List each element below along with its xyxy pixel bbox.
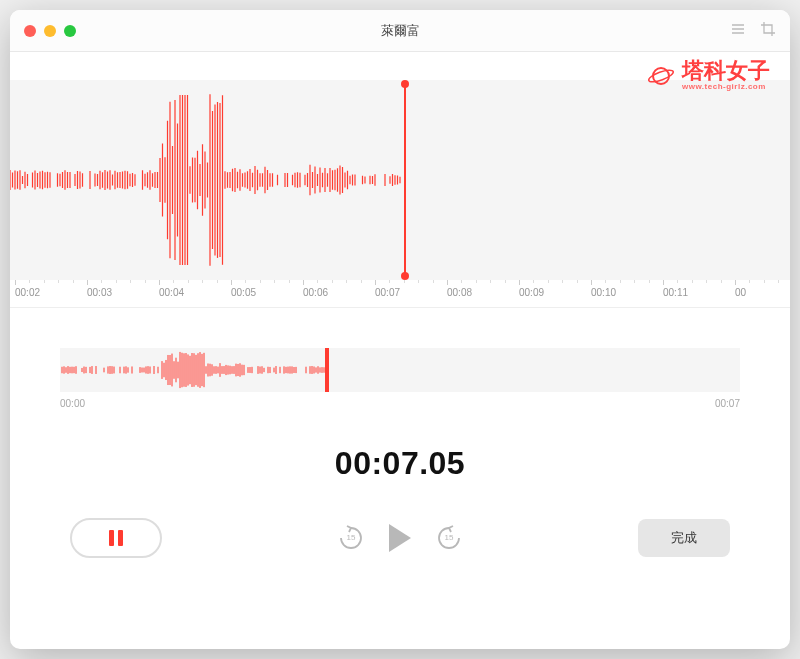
watermark-url: www.tech-girlz.com (682, 82, 770, 91)
ruler-tick: 00:08 (447, 280, 472, 298)
time-ruler: 00:0200:0300:0400:0500:0600:0700:0800:09… (10, 280, 790, 308)
close-button[interactable] (24, 25, 36, 37)
play-button[interactable] (389, 524, 411, 552)
minimize-button[interactable] (44, 25, 56, 37)
playhead[interactable] (404, 84, 406, 276)
ruler-tick: 00:10 (591, 280, 616, 298)
watermark: 塔科女子 www.tech-girlz.com (646, 60, 770, 91)
minimap-start-time: 00:00 (60, 398, 85, 409)
ruler-tick: 00:07 (375, 280, 400, 298)
skip-forward-button[interactable]: 15 (435, 524, 463, 552)
minimap-playhead[interactable] (325, 348, 329, 392)
done-button[interactable]: 完成 (638, 519, 730, 557)
ruler-tick: 00:03 (87, 280, 112, 298)
waveform-main[interactable] (10, 80, 790, 280)
traffic-lights (24, 25, 76, 37)
titlebar: 萊爾富 (10, 10, 790, 52)
pause-button[interactable] (70, 518, 162, 558)
window-title: 萊爾富 (381, 22, 420, 40)
ruler-tick: 00:09 (519, 280, 544, 298)
maximize-button[interactable] (64, 25, 76, 37)
ruler-tick: 00 (735, 280, 746, 298)
watermark-text: 塔科女子 (682, 58, 770, 83)
skip-fwd-label: 15 (435, 533, 463, 542)
ruler-tick: 00:04 (159, 280, 184, 298)
ruler-tick: 00:11 (663, 280, 688, 298)
crop-icon[interactable] (760, 21, 776, 41)
minimap-end-time: 00:07 (715, 398, 740, 409)
minimap-svg (60, 348, 740, 392)
skip-back-button[interactable]: 15 (337, 524, 365, 552)
waveform-minimap[interactable] (60, 348, 740, 392)
svg-point-4 (647, 67, 674, 83)
playback-controls: 15 15 完成 (10, 518, 790, 588)
waveform-svg (10, 80, 790, 280)
app-window: 萊爾富 塔科女子 www.tech-girlz.com 00:0200:0300… (10, 10, 790, 649)
skip-back-label: 15 (337, 533, 365, 542)
ruler-tick: 00:02 (15, 280, 40, 298)
ruler-tick: 00:05 (231, 280, 256, 298)
timer-display: 00:07.05 (10, 445, 790, 482)
list-icon[interactable] (730, 21, 746, 41)
pause-icon (109, 530, 123, 546)
ruler-tick: 00:06 (303, 280, 328, 298)
planet-icon (646, 61, 676, 91)
